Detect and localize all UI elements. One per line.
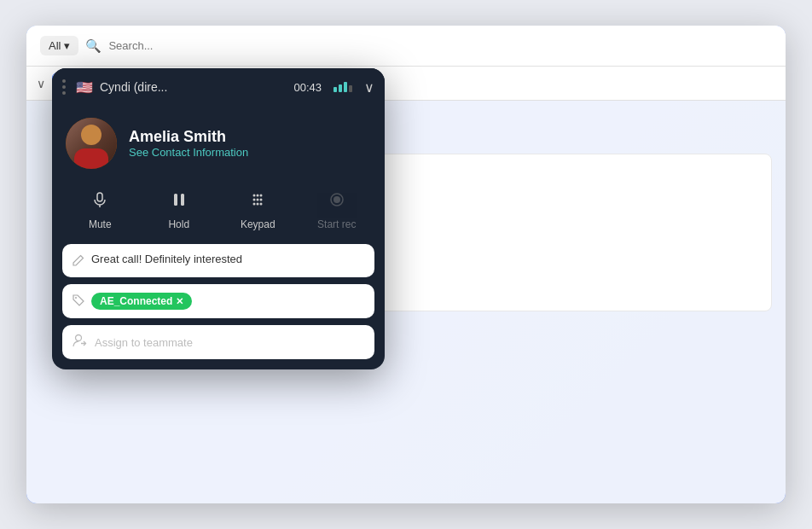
tag-label: AE_Connected bbox=[100, 295, 172, 307]
svg-rect-5 bbox=[97, 193, 102, 201]
tag-icon bbox=[72, 294, 84, 309]
svg-point-13 bbox=[257, 199, 259, 201]
svg-point-17 bbox=[260, 203, 263, 206]
mute-button[interactable]: Mute bbox=[74, 184, 125, 230]
widget-contact: Amelia Smith See Contact Information bbox=[52, 106, 385, 177]
call-timer: 00:43 bbox=[293, 81, 322, 94]
svg-rect-7 bbox=[174, 194, 177, 206]
tab-chevron-down-icon[interactable]: ∨ bbox=[37, 77, 45, 90]
svg-point-16 bbox=[257, 203, 259, 206]
svg-point-10 bbox=[257, 195, 259, 197]
widget-actions: Mute Hold bbox=[52, 177, 385, 244]
hold-button[interactable]: Hold bbox=[154, 184, 205, 230]
tag-area: AE_Connected ✕ bbox=[62, 284, 374, 318]
phone-widget: 🇺🇸 Cyndi (dire... 00:43 ∨ Amelia S bbox=[52, 68, 385, 369]
signal-icon bbox=[334, 82, 352, 92]
search-input[interactable] bbox=[108, 39, 245, 52]
assign-placeholder: Assign to teammate bbox=[95, 336, 193, 349]
assign-icon bbox=[72, 334, 88, 351]
edit-icon bbox=[72, 254, 84, 269]
assign-area[interactable]: Assign to teammate bbox=[62, 325, 374, 359]
caller-name: Cyndi (dire... bbox=[100, 80, 287, 94]
svg-point-19 bbox=[334, 196, 340, 203]
start-rec-label: Start rec bbox=[317, 218, 356, 230]
mute-icon bbox=[84, 184, 115, 215]
contact-info-link[interactable]: See Contact Information bbox=[129, 146, 248, 159]
select-chevron-down-icon: ▾ bbox=[64, 39, 70, 52]
search-icon: 🔍 bbox=[85, 38, 102, 54]
all-label: All bbox=[49, 39, 61, 52]
keypad-label: Keypad bbox=[241, 218, 276, 230]
start-rec-button[interactable]: Start rec bbox=[311, 184, 362, 230]
svg-point-11 bbox=[260, 195, 263, 197]
avatar bbox=[66, 118, 117, 169]
ae-connected-tag: AE_Connected ✕ bbox=[91, 293, 192, 310]
widget-topbar: 🇺🇸 Cyndi (dire... 00:43 ∨ bbox=[52, 68, 385, 106]
svg-point-20 bbox=[75, 297, 77, 299]
note-input-text: Great call! Definitely interested bbox=[91, 253, 242, 265]
keypad-button[interactable]: Keypad bbox=[232, 184, 283, 230]
crm-topbar: All ▾ 🔍 bbox=[26, 26, 786, 67]
keypad-icon bbox=[242, 184, 273, 215]
note-input-area[interactable]: Great call! Definitely interested bbox=[62, 244, 374, 277]
svg-rect-8 bbox=[181, 194, 184, 206]
hold-label: Hold bbox=[168, 218, 189, 230]
mute-label: Mute bbox=[89, 218, 112, 230]
drag-handle[interactable] bbox=[62, 79, 66, 95]
svg-point-15 bbox=[253, 203, 256, 206]
search-select[interactable]: All ▾ bbox=[40, 36, 78, 55]
flag-icon: 🇺🇸 bbox=[76, 79, 93, 96]
start-rec-icon bbox=[322, 184, 352, 215]
tag-remove-button[interactable]: ✕ bbox=[176, 296, 183, 307]
widget-collapse-icon[interactable]: ∨ bbox=[364, 79, 374, 96]
svg-point-9 bbox=[253, 195, 256, 197]
contact-name: Amelia Smith bbox=[129, 128, 248, 146]
svg-point-12 bbox=[253, 199, 256, 201]
hold-icon bbox=[164, 184, 194, 215]
svg-point-21 bbox=[76, 335, 82, 341]
svg-point-14 bbox=[260, 199, 263, 201]
